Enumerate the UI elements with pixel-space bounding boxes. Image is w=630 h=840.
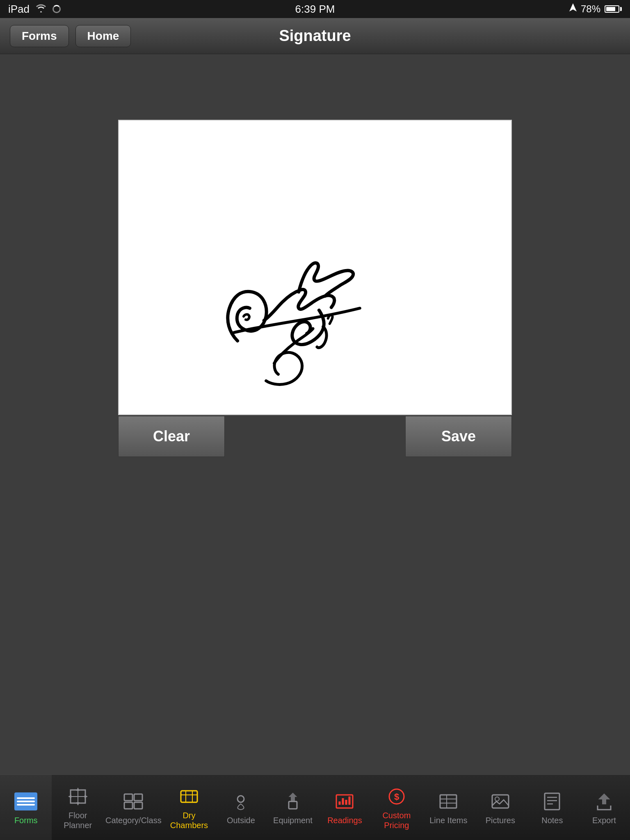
tab-custom-pricing-label: Custom Pricing: [372, 810, 421, 830]
tab-bar: Forms Floor Planner Categ: [0, 774, 630, 840]
tab-readings[interactable]: Readings: [319, 775, 370, 840]
tab-line-items-label: Line Items: [429, 815, 467, 825]
svg-rect-18: [289, 801, 297, 809]
tab-dry-chambers[interactable]: Dry Chambers: [163, 775, 215, 840]
svg-marker-0: [569, 3, 577, 11]
svg-point-31: [495, 797, 499, 801]
battery-icon: [605, 5, 622, 13]
wifi-icon: [35, 3, 47, 16]
floor-planner-icon: [66, 785, 89, 808]
category-class-icon: [122, 790, 145, 813]
main-content: Clear Save: [0, 54, 630, 774]
readings-icon: [333, 790, 356, 813]
time-display: 6:39 PM: [295, 3, 335, 15]
line-items-icon: [437, 790, 460, 813]
tab-pictures[interactable]: Pictures: [475, 775, 526, 840]
tab-notes[interactable]: Notes: [526, 775, 578, 840]
battery-percentage: 78%: [581, 3, 600, 15]
tab-outside[interactable]: Outside: [215, 775, 267, 840]
location-icon: [569, 3, 577, 15]
tab-readings-label: Readings: [327, 815, 362, 825]
navigation-bar: Forms Home Signature: [0, 18, 630, 54]
svg-rect-26: [440, 795, 457, 808]
tab-line-items[interactable]: Line Items: [422, 775, 474, 840]
status-bar: iPad 6:39 PM 78%: [0, 0, 630, 18]
forms-nav-button[interactable]: Forms: [10, 25, 69, 47]
tab-floor-planner-label: Floor Planner: [53, 810, 102, 830]
svg-rect-8: [124, 794, 132, 801]
tab-forms[interactable]: Forms: [0, 775, 52, 840]
svg-text:$: $: [394, 792, 399, 802]
forms-icon: [14, 790, 37, 813]
svg-rect-32: [545, 793, 559, 810]
tab-category-class[interactable]: Category/Class: [104, 775, 163, 840]
notes-icon: [541, 790, 564, 813]
svg-marker-6: [68, 795, 71, 798]
tab-forms-label: Forms: [14, 815, 38, 825]
device-label: iPad: [8, 3, 30, 16]
spinner-icon: [52, 5, 61, 13]
tab-pictures-label: Pictures: [486, 815, 515, 825]
tab-export-label: Export: [592, 815, 616, 825]
tab-notes-label: Notes: [541, 815, 563, 825]
svg-rect-12: [181, 791, 197, 802]
tab-equipment[interactable]: Equipment: [267, 775, 319, 840]
tab-equipment-label: Equipment: [273, 815, 313, 825]
svg-marker-4: [76, 788, 80, 791]
page-title: Signature: [279, 27, 351, 45]
svg-marker-5: [76, 802, 80, 806]
tab-custom-pricing[interactable]: $ Custom Pricing: [371, 775, 422, 840]
tab-floor-planner[interactable]: Floor Planner: [52, 775, 103, 840]
export-icon: [593, 790, 616, 813]
outside-icon: [229, 790, 252, 813]
signature-container: Clear Save: [118, 120, 512, 457]
pictures-icon: [489, 790, 512, 813]
clear-button[interactable]: Clear: [118, 416, 225, 457]
equipment-icon: [281, 790, 304, 813]
signature-pad[interactable]: [118, 120, 512, 415]
tab-category-class-label: Category/Class: [105, 815, 162, 825]
save-button[interactable]: Save: [405, 416, 512, 457]
home-nav-button[interactable]: Home: [75, 25, 131, 47]
tab-dry-chambers-label: Dry Chambers: [165, 810, 213, 830]
svg-rect-10: [124, 802, 132, 809]
tab-outside-label: Outside: [227, 815, 255, 825]
button-row: Clear Save: [118, 416, 512, 457]
tab-export[interactable]: Export: [578, 775, 630, 840]
svg-point-16: [237, 796, 244, 802]
svg-marker-7: [84, 795, 88, 798]
dry-chambers-icon: [178, 785, 201, 808]
svg-rect-11: [134, 802, 142, 809]
svg-rect-9: [134, 794, 142, 801]
custom-pricing-icon: $: [385, 785, 408, 808]
svg-marker-17: [290, 793, 296, 801]
svg-rect-30: [492, 795, 509, 808]
signature-drawing: [119, 121, 511, 414]
